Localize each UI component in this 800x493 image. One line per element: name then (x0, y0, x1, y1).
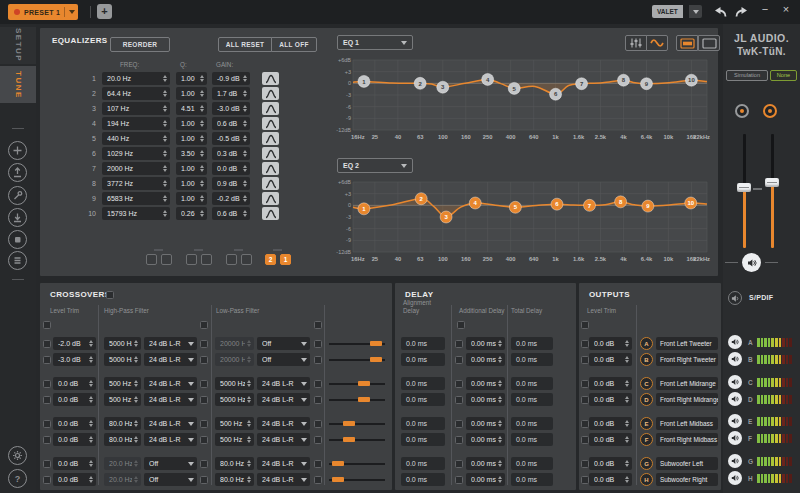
spinner-arrows-icon[interactable] (134, 356, 138, 364)
xo-row-5-level-slider-handle[interactable] (343, 421, 355, 426)
tab-setup[interactable]: SETUP (0, 27, 36, 64)
xo-row-3-trim-link-checkbox[interactable] (43, 380, 51, 388)
xo-row-1-lpf-slope-dropdown[interactable]: Off (257, 337, 310, 350)
output-F-name-field[interactable]: Front Right Midbass (656, 433, 718, 446)
eq-assign-checkbox[interactable] (241, 254, 252, 265)
eq-assign-checkbox[interactable] (146, 254, 157, 265)
spinner-arrows-icon[interactable] (247, 460, 251, 468)
output-H-name-field[interactable]: Subwoofer Right (656, 473, 718, 486)
xo-row-3-lpf-slope-dropdown[interactable]: 24 dB L-R (257, 377, 310, 390)
xo-row-8-hpf-freq-spinner[interactable]: 20.0 Hz (104, 473, 141, 486)
eq-assign-checkbox[interactable] (186, 254, 197, 265)
xo-row-7-lpf-link-checkbox[interactable] (314, 460, 322, 468)
channel-H-mute-button[interactable] (728, 471, 742, 485)
spin-up-icon[interactable] (89, 420, 93, 423)
eq-band-marker-8[interactable]: 8 (615, 196, 627, 208)
xo-row-6-hpf-freq-spinner[interactable]: 80.0 Hz (104, 433, 141, 446)
spinner-arrows-icon[interactable] (89, 380, 93, 388)
settings-icon[interactable] (8, 446, 27, 465)
xo-row-5-level-trim-spinner[interactable]: 0.0 dB (53, 417, 96, 430)
xo-row-5-hpf-link-checkbox[interactable] (200, 420, 208, 428)
channel-G-mute-button[interactable] (728, 454, 742, 468)
spin-up-icon[interactable] (89, 436, 93, 439)
spinner-arrows-icon[interactable] (625, 420, 629, 428)
xo-row-8-lpf-slope-dropdown[interactable]: 24 dB L-R (257, 473, 310, 486)
eq-band-marker-3[interactable]: 3 (437, 81, 449, 93)
xo-row-4-level-slider[interactable] (329, 395, 385, 404)
delay-row-8-additional-link-checkbox[interactable] (455, 476, 463, 484)
spinner-arrows-icon[interactable] (134, 396, 138, 404)
crossover-master-trim-checkbox[interactable] (43, 321, 51, 329)
output-B-trim-link-checkbox[interactable] (581, 356, 589, 364)
xo-row-2-hpf-slope-dropdown[interactable]: 24 dB L-R (144, 353, 197, 366)
xo-row-6-lpf-slope-dropdown[interactable]: 24 dB L-R (257, 433, 310, 446)
spin-down-icon[interactable] (89, 360, 93, 363)
eq1-selector-dropdown[interactable]: EQ 1 (337, 35, 413, 50)
eq2-selector-dropdown[interactable]: EQ 2 (337, 158, 413, 173)
spin-up-icon[interactable] (89, 340, 93, 343)
eq-band-marker-7[interactable]: 7 (584, 199, 596, 211)
xo-row-6-lpf-freq-spinner[interactable]: 500 Hz (215, 433, 254, 446)
xo-row-5-lpf-freq-spinner[interactable]: 500 Hz (215, 417, 254, 430)
spin-up-icon[interactable] (134, 420, 138, 423)
delay-row-3-additional-delay-spinner[interactable]: 0.00 ms (466, 377, 505, 390)
spin-down-icon[interactable] (134, 464, 138, 467)
spin-up-icon[interactable] (247, 380, 251, 383)
xo-row-3-lpf-freq-spinner[interactable]: 5000 Hz (215, 377, 254, 390)
spin-up-icon[interactable] (625, 460, 629, 463)
delay-row-1-additional-delay-spinner[interactable]: 0.00 ms (466, 337, 505, 350)
spin-down-icon[interactable] (498, 440, 502, 443)
eq-assign-checkbox[interactable] (201, 254, 212, 265)
minimize-window-icon[interactable]: − (758, 3, 772, 15)
spin-up-icon[interactable] (625, 396, 629, 399)
xo-row-1-level-trim-spinner[interactable]: -2.0 dB (53, 337, 96, 350)
spin-up-icon[interactable] (625, 380, 629, 383)
xo-row-7-trim-link-checkbox[interactable] (43, 460, 51, 468)
output-H-level-trim-spinner[interactable]: 0.0 dB (589, 473, 632, 486)
spinner-arrows-icon[interactable] (498, 460, 502, 468)
spin-up-icon[interactable] (625, 340, 629, 343)
output-E-name-field[interactable]: Front Left Midbass (656, 417, 718, 430)
xo-row-3-lpf-link-checkbox[interactable] (314, 380, 322, 388)
xo-row-7-hpf-link-checkbox[interactable] (200, 460, 208, 468)
xo-row-2-hpf-freq-spinner[interactable]: 5000 Hz (104, 353, 141, 366)
spin-up-icon[interactable] (498, 396, 502, 399)
delay-row-1-additional-link-checkbox[interactable] (455, 340, 463, 348)
spin-down-icon[interactable] (89, 480, 93, 483)
spin-down-icon[interactable] (247, 440, 251, 443)
spin-down-icon[interactable] (498, 360, 502, 363)
spin-up-icon[interactable] (247, 396, 251, 399)
spin-down-icon[interactable] (247, 464, 251, 467)
spinner-arrows-icon[interactable] (134, 340, 138, 348)
channel-E-mute-button[interactable] (728, 414, 742, 428)
spin-up-icon[interactable] (89, 476, 93, 479)
xo-row-8-lpf-freq-spinner[interactable]: 80.0 Hz (215, 473, 254, 486)
copy-icon[interactable] (8, 230, 27, 249)
spin-up-icon[interactable] (134, 460, 138, 463)
xo-row-5-lpf-slope-dropdown[interactable]: 24 dB L-R (257, 417, 310, 430)
spin-down-icon[interactable] (498, 424, 502, 427)
eq-band-marker-9[interactable]: 9 (642, 200, 654, 212)
spin-down-icon[interactable] (625, 384, 629, 387)
spin-up-icon[interactable] (247, 420, 251, 423)
spinner-arrows-icon[interactable] (89, 340, 93, 348)
eq-band-marker-3[interactable]: 3 (440, 211, 452, 223)
spinner-arrows-icon[interactable] (247, 420, 251, 428)
spinner-arrows-icon[interactable] (498, 420, 502, 428)
xo-row-3-hpf-link-checkbox[interactable] (200, 380, 208, 388)
view-curve-toggle-button[interactable] (646, 35, 668, 51)
xo-row-1-hpf-slope-dropdown[interactable]: 24 dB L-R (144, 337, 197, 350)
spin-up-icon[interactable] (625, 420, 629, 423)
eq1-assign-badge[interactable]: 1 (280, 254, 291, 265)
spin-up-icon[interactable] (89, 380, 93, 383)
xo-row-2-hpf-link-checkbox[interactable] (200, 356, 208, 364)
valet-button[interactable]: VALET (652, 5, 683, 18)
crossover-master-lpf-checkbox[interactable] (314, 321, 322, 329)
spinner-arrows-icon[interactable] (134, 476, 138, 484)
spinner-arrows-icon[interactable] (498, 340, 502, 348)
spin-up-icon[interactable] (134, 436, 138, 439)
spinner-arrows-icon[interactable] (247, 340, 251, 348)
output-G-name-field[interactable]: Subwoofer Left (656, 457, 718, 470)
xo-row-8-lpf-link-checkbox[interactable] (314, 476, 322, 484)
spin-up-icon[interactable] (134, 380, 138, 383)
